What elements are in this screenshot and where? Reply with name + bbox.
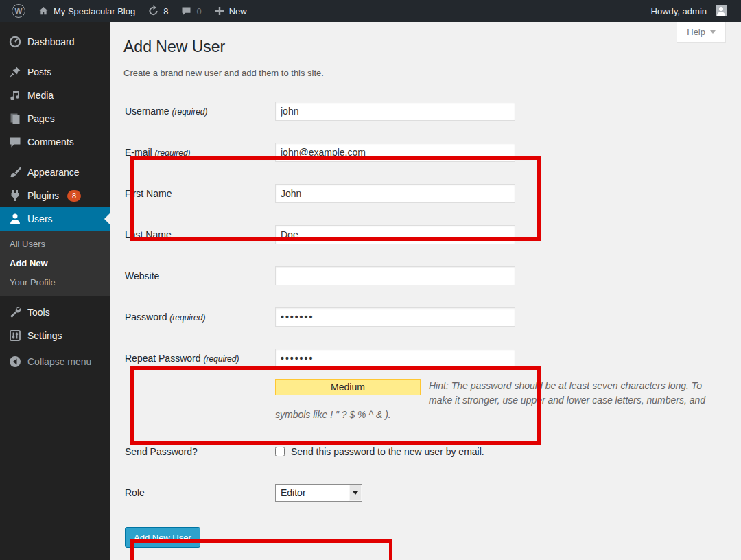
sidebar-label: Plugins	[27, 190, 59, 201]
page-title: Add New User	[124, 22, 727, 57]
role-select[interactable]: Editor	[275, 484, 362, 502]
new-label: New	[229, 6, 247, 16]
website-label: Website	[124, 270, 275, 281]
first-name-label: First Name	[124, 188, 275, 199]
required-hint: (required)	[172, 107, 207, 117]
last-name-row: Last Name	[124, 214, 727, 255]
password-label: Password (required)	[124, 312, 275, 323]
media-icon	[8, 89, 22, 102]
submenu-item-your-profile[interactable]: Your Profile	[0, 273, 110, 292]
send-password-checkbox[interactable]	[275, 447, 285, 456]
first-name-input[interactable]	[275, 184, 515, 203]
repeat-password-row: Repeat Password (required)	[124, 338, 727, 379]
sidebar-item-users[interactable]: Users	[0, 207, 110, 231]
home-icon	[38, 5, 49, 16]
email-row: E-mail (required)	[124, 132, 727, 173]
last-name-label: Last Name	[124, 229, 275, 240]
settings-sliders-icon	[8, 329, 22, 342]
sidebar-item-posts[interactable]: Posts	[0, 60, 110, 84]
add-new-user-button[interactable]: Add New User	[125, 527, 200, 548]
repeat-password-input[interactable]	[275, 349, 515, 368]
help-dropdown-icon	[710, 30, 716, 34]
plus-icon	[214, 5, 225, 16]
email-label: E-mail (required)	[124, 147, 275, 158]
help-label: Help	[687, 27, 705, 37]
paintbrush-icon	[8, 165, 22, 179]
sidebar-item-dashboard[interactable]: Dashboard	[0, 30, 110, 54]
site-name-link[interactable]: My Spectacular Blog	[32, 0, 141, 22]
users-icon	[8, 212, 22, 226]
admin-sidebar: Dashboard Posts Media Pages	[0, 22, 110, 560]
username-input[interactable]	[275, 102, 515, 121]
send-password-option: Send this password to the new user by em…	[275, 446, 484, 457]
wordpress-menu[interactable]: W	[5, 0, 32, 22]
howdy-text: Howdy, admin	[651, 6, 707, 16]
first-name-row: First Name	[124, 173, 727, 214]
content-area: Help Add New User Create a brand new use…	[110, 22, 741, 560]
my-account-link[interactable]: Howdy, admin	[645, 0, 733, 22]
sidebar-label: Dashboard	[27, 36, 75, 47]
password-strength-meter: Medium	[275, 379, 421, 395]
sidebar-label: Users	[27, 213, 53, 224]
role-row: Role Editor	[124, 472, 727, 513]
submenu-item-add-new[interactable]: Add New	[0, 254, 110, 273]
sidebar-label: Settings	[27, 330, 62, 341]
comment-bubble-icon	[180, 5, 192, 16]
sidebar-label: Appearance	[27, 167, 80, 178]
email-input[interactable]	[275, 143, 515, 162]
help-button[interactable]: Help	[677, 22, 726, 43]
updates-link[interactable]: 8	[141, 0, 174, 22]
new-content-link[interactable]: New	[208, 0, 253, 22]
dashboard-icon	[8, 35, 22, 49]
username-row: Username (required)	[124, 91, 727, 132]
sidebar-label: Tools	[27, 307, 50, 318]
sidebar-item-pages[interactable]: Pages	[0, 107, 110, 130]
select-dropdown-button[interactable]	[349, 485, 362, 501]
required-hint: (required)	[203, 354, 239, 364]
pages-icon	[8, 112, 22, 126]
sidebar-item-tools[interactable]: Tools	[0, 301, 110, 324]
avatar	[716, 5, 727, 16]
page-description: Create a brand new user and add them to …	[124, 68, 727, 79]
website-row: Website	[124, 255, 727, 296]
required-hint: (required)	[155, 148, 191, 158]
password-input[interactable]	[275, 307, 515, 327]
send-password-label: Send Password?	[124, 446, 275, 457]
submit-row: Add New User	[124, 527, 727, 548]
wrench-icon	[8, 305, 22, 319]
chevron-down-icon	[353, 491, 358, 495]
sidebar-item-appearance[interactable]: Appearance	[0, 161, 110, 184]
last-name-input[interactable]	[275, 225, 515, 244]
comments-icon	[8, 135, 22, 149]
sidebar-item-comments[interactable]: Comments	[0, 130, 110, 154]
sidebar-item-plugins[interactable]: Plugins 8	[0, 184, 110, 207]
sidebar-item-media[interactable]: Media	[0, 84, 110, 107]
sidebar-label: Posts	[27, 67, 51, 78]
collapse-menu-button[interactable]: Collapse menu	[0, 350, 110, 373]
password-strength-row: Medium Hint: The password should be at l…	[275, 379, 720, 431]
add-user-form: Username (required) E-mail (required) Fi…	[124, 91, 727, 548]
sidebar-label: Pages	[27, 113, 55, 124]
collapse-arrow-icon	[8, 355, 22, 369]
plugins-update-badge: 8	[67, 190, 81, 202]
password-row: Password (required)	[124, 296, 727, 338]
users-submenu: All Users Add New Your Profile	[0, 231, 110, 296]
update-count: 8	[163, 6, 168, 16]
submenu-item-all-users[interactable]: All Users	[0, 235, 110, 254]
repeat-password-label: Repeat Password (required)	[124, 353, 275, 364]
comment-count: 0	[196, 6, 201, 16]
sidebar-label: Comments	[27, 137, 74, 148]
send-password-row: Send Password? Send this password to the…	[124, 431, 727, 472]
required-hint: (required)	[169, 313, 205, 323]
username-label: Username (required)	[124, 106, 275, 117]
current-menu-arrow	[104, 213, 110, 224]
sidebar-label: Media	[27, 90, 54, 101]
plugin-icon	[8, 189, 22, 202]
role-selected-value: Editor	[276, 487, 349, 498]
comments-link[interactable]: 0	[174, 0, 207, 22]
website-input[interactable]	[275, 266, 515, 285]
send-password-checkbox-label: Send this password to the new user by em…	[291, 446, 484, 457]
admin-bar: W My Spectacular Blog 8 0	[0, 0, 741, 22]
pushpin-icon	[8, 65, 22, 79]
sidebar-item-settings[interactable]: Settings	[0, 324, 110, 347]
